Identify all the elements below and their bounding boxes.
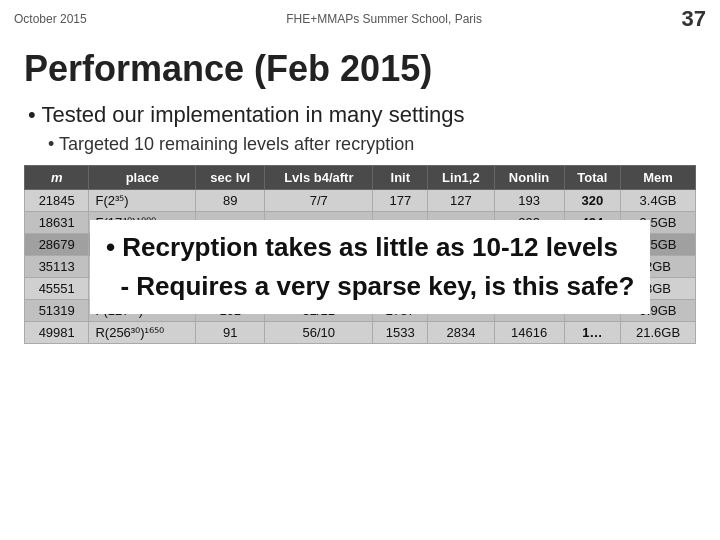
table-cell: 21.6GB: [621, 322, 696, 344]
table-cell: 7/7: [265, 190, 373, 212]
table-cell: 35113: [25, 256, 89, 278]
table-cell: 21845: [25, 190, 89, 212]
table-cell: F(2³⁵): [89, 190, 196, 212]
header-bar: October 2015 FHE+MMAPs Summer School, Pa…: [0, 0, 720, 38]
table-cell: 320: [564, 190, 620, 212]
table-cell: 56/10: [265, 322, 373, 344]
col-m: m: [25, 166, 89, 190]
table-row: 49981R(256³⁰)¹⁶⁵⁰9156/1015332834146161…2…: [25, 322, 696, 344]
table-cell: 127: [428, 190, 494, 212]
table-cell: 193: [494, 190, 564, 212]
table-cell: 3.4GB: [621, 190, 696, 212]
table-cell: 177: [373, 190, 428, 212]
col-place: place: [89, 166, 196, 190]
table-cell: 1533: [373, 322, 428, 344]
col-sec: sec lvl: [196, 166, 265, 190]
header-page-number: 37: [682, 6, 706, 32]
table-cell: 89: [196, 190, 265, 212]
col-init: Init: [373, 166, 428, 190]
table-cell: 18631: [25, 212, 89, 234]
table-row: 21845F(2³⁵)897/71771271933203.4GB: [25, 190, 696, 212]
col-nonlin: Nonlin: [494, 166, 564, 190]
col-lvls: Lvls b4/aftr: [265, 166, 373, 190]
table-header-row: m place sec lvl Lvls b4/aftr Init Lin1,2…: [25, 166, 696, 190]
table-cell: 91: [196, 322, 265, 344]
slide-title: Performance (Feb 2015): [24, 48, 696, 90]
table-cell: 14616: [494, 322, 564, 344]
overlay-line2: - Requires a very sparse key, is this sa…: [106, 267, 634, 306]
bullet-main: • Tested our implementation in many sett…: [24, 102, 696, 128]
overlay-line1: • Recryption takes as little as 10-12 le…: [106, 228, 634, 267]
header-date: October 2015: [14, 12, 87, 26]
table-cell: R(256³⁰)¹⁶⁵⁰: [89, 322, 196, 344]
table-cell: 51319: [25, 300, 89, 322]
header-title: FHE+MMAPs Summer School, Paris: [286, 12, 482, 26]
bullet-sub: • Targeted 10 remaining levels after rec…: [24, 134, 696, 155]
col-total: Total: [564, 166, 620, 190]
table-cell: 28679: [25, 234, 89, 256]
table-cell: 45551: [25, 278, 89, 300]
table-cell: 49981: [25, 322, 89, 344]
table-cell: 1…: [564, 322, 620, 344]
overlay-box: • Recryption takes as little as 10-12 le…: [90, 220, 650, 314]
table-cell: 2834: [428, 322, 494, 344]
col-lin12: Lin1,2: [428, 166, 494, 190]
col-mem: Mem: [621, 166, 696, 190]
